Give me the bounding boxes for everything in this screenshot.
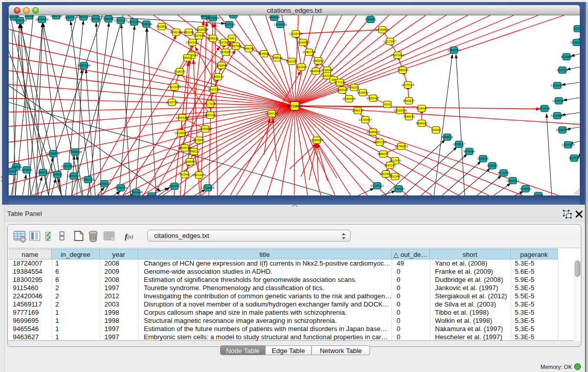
svg-text:417004: 417004 bbox=[205, 102, 215, 105]
svg-text:17957253: 17957253 bbox=[81, 178, 95, 181]
svg-text:20206578: 20206578 bbox=[47, 152, 60, 155]
svg-text:1733426: 1733426 bbox=[393, 187, 405, 190]
svg-text:19218506: 19218506 bbox=[274, 23, 287, 26]
svg-text:6216: 6216 bbox=[384, 103, 391, 106]
svg-text:13716485: 13716485 bbox=[201, 186, 214, 189]
svg-text:5875685: 5875685 bbox=[220, 51, 232, 54]
svg-text:8471676: 8471676 bbox=[498, 171, 510, 174]
svg-text:7515524: 7515524 bbox=[141, 23, 153, 26]
svg-text:15751074: 15751074 bbox=[570, 41, 580, 44]
svg-text:10046766: 10046766 bbox=[178, 146, 191, 149]
svg-text:9318440: 9318440 bbox=[416, 107, 428, 110]
svg-text:9457791: 9457791 bbox=[169, 185, 181, 188]
svg-text:2692741: 2692741 bbox=[64, 16, 76, 19]
svg-text:8427552: 8427552 bbox=[208, 88, 220, 91]
svg-text:746266: 746266 bbox=[349, 86, 359, 89]
svg-text:391547: 391547 bbox=[9, 170, 17, 173]
svg-text:6966160: 6966160 bbox=[103, 17, 115, 20]
svg-text:10688609: 10688609 bbox=[366, 130, 380, 134]
svg-text:9327508: 9327508 bbox=[219, 41, 230, 44]
svg-text:16671355: 16671355 bbox=[127, 20, 141, 24]
svg-text:98901: 98901 bbox=[183, 56, 191, 59]
svg-text:7485063: 7485063 bbox=[397, 69, 409, 72]
svg-text:12213967: 12213967 bbox=[383, 40, 397, 43]
svg-text:9146821: 9146821 bbox=[258, 52, 270, 55]
svg-text:17016504: 17016504 bbox=[561, 143, 575, 146]
svg-text:14136141: 14136141 bbox=[371, 184, 384, 187]
svg-text:7357224: 7357224 bbox=[224, 23, 235, 26]
svg-text:7349575: 7349575 bbox=[403, 115, 415, 118]
svg-text:29053346: 29053346 bbox=[77, 64, 91, 67]
svg-text:546: 546 bbox=[229, 37, 234, 40]
svg-text:16154808: 16154808 bbox=[376, 28, 389, 31]
svg-text:160323: 160323 bbox=[228, 15, 238, 16]
svg-text:(x): (x) bbox=[127, 234, 134, 240]
svg-text:7632621: 7632621 bbox=[487, 164, 498, 167]
svg-text:10973493: 10973493 bbox=[391, 54, 404, 57]
svg-text:8660124: 8660124 bbox=[170, 31, 182, 34]
svg-text:16210643: 16210643 bbox=[551, 114, 564, 117]
svg-text:1010755: 1010755 bbox=[166, 101, 178, 104]
svg-text:10653267: 10653267 bbox=[77, 15, 90, 18]
svg-text:209146: 209146 bbox=[24, 15, 34, 17]
svg-text:10654112: 10654112 bbox=[506, 179, 519, 182]
svg-text:9474444: 9474444 bbox=[464, 150, 475, 153]
svg-text:9884047: 9884047 bbox=[378, 152, 389, 156]
svg-text:12975115: 12975115 bbox=[401, 83, 414, 86]
svg-text:15692971: 15692971 bbox=[556, 128, 569, 132]
svg-text:16033809: 16033809 bbox=[206, 16, 220, 19]
svg-text:3267110: 3267110 bbox=[205, 114, 216, 117]
svg-text:19166827: 19166827 bbox=[175, 132, 188, 135]
svg-text:16961758: 16961758 bbox=[302, 51, 316, 54]
svg-text:19756923: 19756923 bbox=[395, 145, 408, 148]
svg-text:19654953: 19654953 bbox=[176, 116, 189, 119]
svg-text:891295: 891295 bbox=[184, 31, 193, 34]
svg-text:16914479: 16914479 bbox=[192, 173, 206, 177]
svg-text:1162615: 1162615 bbox=[296, 65, 307, 69]
svg-text:7955812: 7955812 bbox=[313, 59, 324, 62]
svg-text:6497508: 6497508 bbox=[337, 89, 349, 92]
svg-text:20691406: 20691406 bbox=[35, 18, 49, 21]
svg-text:19384554: 19384554 bbox=[310, 139, 324, 142]
svg-text:1615132: 1615132 bbox=[384, 164, 396, 167]
svg-text:9245652: 9245652 bbox=[520, 187, 532, 190]
svg-text:16782759: 16782759 bbox=[114, 186, 127, 189]
svg-text:12444157: 12444157 bbox=[552, 99, 565, 102]
svg-text:7663822: 7663822 bbox=[156, 25, 168, 28]
svg-text:8938924: 8938924 bbox=[442, 136, 453, 139]
svg-text:2967608: 2967608 bbox=[230, 45, 242, 48]
svg-text:10975867: 10975867 bbox=[61, 165, 74, 168]
svg-text:10719155: 10719155 bbox=[114, 19, 127, 22]
svg-text:14099483: 14099483 bbox=[183, 160, 197, 163]
svg-text:12213389: 12213389 bbox=[168, 85, 181, 89]
svg-text:9242845: 9242845 bbox=[216, 64, 228, 67]
svg-text:2093719: 2093719 bbox=[51, 15, 62, 17]
svg-text:9463627: 9463627 bbox=[403, 99, 415, 102]
svg-text:8990443: 8990443 bbox=[310, 70, 322, 73]
svg-text:1498222: 1498222 bbox=[188, 150, 200, 153]
svg-text:9777169: 9777169 bbox=[334, 81, 346, 84]
svg-text:10025438: 10025438 bbox=[394, 109, 407, 112]
svg-text:8454749: 8454749 bbox=[243, 47, 255, 50]
svg-text:16543362: 16543362 bbox=[186, 41, 199, 44]
svg-text:13325419: 13325419 bbox=[289, 32, 302, 35]
svg-text:164095: 164095 bbox=[431, 128, 441, 132]
svg-text:15720407: 15720407 bbox=[359, 118, 372, 121]
svg-text:15300215: 15300215 bbox=[265, 112, 278, 115]
svg-text:12505135: 12505135 bbox=[67, 174, 80, 178]
svg-text:2087682: 2087682 bbox=[365, 18, 377, 21]
svg-text:6879197: 6879197 bbox=[453, 143, 465, 146]
svg-text:2935114: 2935114 bbox=[477, 157, 489, 160]
svg-text:10958107: 10958107 bbox=[98, 182, 111, 185]
svg-text:5578352: 5578352 bbox=[193, 139, 205, 142]
svg-text:9227342: 9227342 bbox=[557, 69, 569, 72]
svg-text:53226058: 53226058 bbox=[195, 28, 208, 31]
svg-text:252254: 252254 bbox=[390, 175, 400, 178]
svg-text:12093877: 12093877 bbox=[551, 84, 564, 87]
svg-text:9129966: 9129966 bbox=[561, 55, 573, 58]
svg-text:20364436: 20364436 bbox=[342, 97, 356, 100]
svg-text:9699695: 9699695 bbox=[416, 122, 428, 125]
svg-text:10807487: 10807487 bbox=[366, 97, 380, 100]
svg-text:8186323: 8186323 bbox=[207, 37, 219, 40]
svg-text:8813054: 8813054 bbox=[269, 16, 280, 19]
